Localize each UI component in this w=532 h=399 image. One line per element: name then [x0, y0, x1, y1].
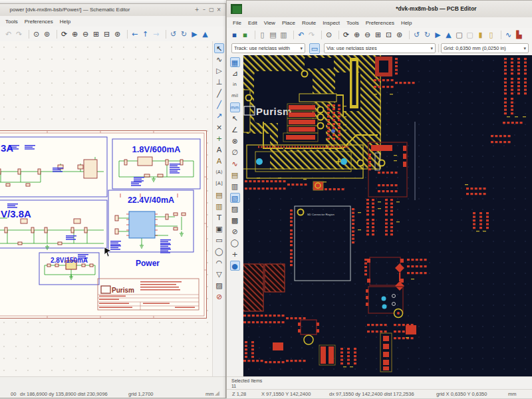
minimize-button[interactable]: – — [201, 6, 207, 14]
item-preferences[interactable]: Preferences — [362, 20, 398, 26]
item-help[interactable]: Help — [57, 19, 74, 25]
item-place[interactable]: Place — [279, 20, 299, 26]
pcb-titlebar[interactable]: *dvk-mx8m-bsb — PCB Editor — [227, 1, 532, 18]
item-edit[interactable]: Edit — [245, 20, 261, 26]
zoom-out-icon[interactable]: ⊖ — [80, 29, 90, 39]
arc-icon[interactable]: ◠ — [214, 258, 224, 268]
item-help[interactable]: Help — [398, 20, 415, 26]
cursor-shape-icon[interactable]: ↖ — [230, 114, 240, 124]
up-icon[interactable]: ↑ — [140, 29, 150, 39]
textbox-icon[interactable]: ▣ — [214, 224, 224, 234]
layer-presets-icon[interactable]: ▥ — [230, 182, 240, 192]
bus-icon[interactable]: ╱ — [214, 100, 224, 110]
new-board-icon[interactable]: ▯ — [257, 30, 267, 40]
net-colors-icon[interactable]: ▤ — [230, 170, 240, 180]
units-mm-icon[interactable]: mm — [230, 102, 240, 112]
appearance-icon[interactable]: ● — [230, 261, 240, 271]
redo-icon[interactable]: ↷ — [14, 29, 24, 39]
selected-ic[interactable] — [129, 211, 155, 238]
save-icon[interactable]: ▪ — [229, 30, 239, 40]
select-tool-icon[interactable]: ↖ — [214, 43, 224, 53]
rotate-ccw-icon[interactable]: ↺ — [168, 29, 178, 39]
rotate-ccw-icon[interactable]: ↺ — [412, 30, 422, 40]
place-symbol-icon[interactable]: ▷ — [214, 66, 224, 76]
hierarchical-label-icon[interactable]: [A] — [214, 179, 224, 189]
units-mils-icon[interactable]: mil — [230, 91, 240, 101]
ratsnest-icon[interactable]: ∿ — [503, 30, 513, 40]
item-tools[interactable]: Tools — [2, 19, 21, 25]
circle-icon[interactable]: ◯ — [214, 247, 224, 257]
zoom-objects-icon[interactable]: ⊡ — [384, 30, 394, 40]
text-icon[interactable]: T — [214, 213, 224, 223]
via-display-icon[interactable]: ◯ — [230, 238, 240, 248]
zoom-page-icon[interactable]: ⊟ — [102, 29, 112, 39]
rotate-cw-icon[interactable]: ↻ — [179, 29, 189, 39]
item-inspect[interactable]: Inspect — [319, 20, 343, 26]
mirror-icon[interactable]: ▲ — [444, 30, 454, 40]
board-setup-icon[interactable]: ▪ — [240, 30, 250, 40]
find-replace-icon[interactable]: ⊚ — [42, 29, 52, 39]
grid-toggle-icon[interactable]: ▦ — [230, 57, 240, 67]
polar-coords-icon[interactable]: ∠ — [230, 125, 240, 135]
schematic-canvas[interactable]: 3A 1.8V/600mA V/3.8A 22.4V/40mA 2.8V/150… — [0, 41, 212, 376]
place-power-icon[interactable]: ⊥ — [214, 77, 224, 87]
pcb-canvas[interactable]: Purism — [243, 55, 532, 376]
find-icon[interactable]: ⊙ — [31, 29, 41, 39]
zone-fill-icon[interactable]: ▩ — [230, 215, 240, 225]
no-connect-icon[interactable]: × — [214, 122, 224, 132]
track-display-icon[interactable]: + — [230, 249, 240, 259]
unlock-icon[interactable]: ▯ — [486, 30, 496, 40]
refresh-icon[interactable]: ⟳ — [341, 30, 351, 40]
zone-display-icon[interactable]: ▧ — [230, 193, 240, 203]
scale-icon[interactable]: ⊿ — [230, 68, 240, 78]
drawing-sheet-icon[interactable]: ⊗ — [230, 136, 240, 146]
pin-button[interactable]: + — [194, 6, 200, 14]
mirror-v-icon[interactable]: ▲ — [200, 29, 210, 39]
ungroup-icon[interactable]: ▢ — [465, 30, 475, 40]
zoom-in-icon[interactable]: ⊕ — [70, 29, 80, 39]
track-width-select[interactable]: Track: use netclass width ▾ — [231, 43, 305, 53]
print-icon[interactable]: ▤ — [268, 30, 278, 40]
close-button[interactable]: × — [216, 6, 221, 14]
grid-select[interactable]: Grid: 0,6350 mm (0,0250 in) ▾ — [441, 43, 529, 53]
schematic-titlebar[interactable]: power [dvk-mx8m-bsb/Power/] — Schematic … — [0, 4, 225, 17]
resize-grip[interactable]: ◢ — [215, 390, 219, 396]
auto-track-width-toggle[interactable]: ▭ — [309, 43, 320, 54]
curved-ratsnest-icon[interactable]: ∿ — [230, 159, 240, 169]
netclass-directive-icon[interactable]: A — [214, 156, 224, 166]
mirror-h-icon[interactable]: ▶ — [190, 29, 200, 39]
zoom-selection-icon[interactable]: ⊛ — [394, 30, 404, 40]
forward-icon[interactable]: → — [151, 29, 161, 39]
zoom-out-icon[interactable]: ⊖ — [362, 30, 372, 40]
find-icon[interactable]: ⊙ — [324, 30, 334, 40]
highlight-net-icon[interactable]: ∿ — [214, 55, 224, 65]
wire-icon[interactable]: ╱ — [214, 88, 224, 98]
global-label-icon[interactable]: ⟨A⟩ — [214, 168, 224, 178]
zoom-fit-icon[interactable]: ⊞ — [373, 30, 383, 40]
rectangle-icon[interactable]: ▭ — [214, 235, 224, 245]
item-view[interactable]: View — [261, 20, 279, 26]
back-icon[interactable]: ← — [130, 29, 140, 39]
zone-outline-icon[interactable]: ▨ — [230, 204, 240, 214]
zoom-in-icon[interactable]: ⊕ — [352, 30, 362, 40]
hide-ratsnest-icon[interactable]: ∅ — [230, 148, 240, 158]
delete-icon[interactable]: ⊘ — [214, 292, 224, 302]
refresh-icon[interactable]: ⟳ — [59, 29, 69, 39]
flip-board-icon[interactable]: ▶ — [433, 30, 443, 40]
pad-display-icon[interactable]: ⊘ — [230, 227, 240, 237]
item-tools[interactable]: Tools — [343, 20, 362, 26]
undo-icon[interactable]: ↶ — [3, 29, 13, 39]
sheet-pin-icon[interactable]: ▥ — [214, 201, 224, 211]
maximize-button[interactable]: ▢ — [209, 6, 214, 14]
hierarchical-sheet-icon[interactable]: ▤ — [214, 190, 224, 200]
undo-icon[interactable]: ↶ — [296, 30, 306, 40]
rotate-cw-icon[interactable]: ↻ — [422, 30, 432, 40]
plot-icon[interactable]: ▥ — [279, 30, 289, 40]
item-route[interactable]: Route — [299, 20, 319, 26]
redo-icon[interactable]: ↷ — [307, 30, 317, 40]
junction-icon[interactable]: + — [214, 134, 224, 144]
zoom-selection-icon[interactable]: ⊛ — [112, 29, 122, 39]
image-icon[interactable]: ▨ — [214, 281, 224, 291]
units-inches-icon[interactable]: in — [230, 80, 240, 90]
group-icon[interactable]: ▢ — [454, 30, 464, 40]
